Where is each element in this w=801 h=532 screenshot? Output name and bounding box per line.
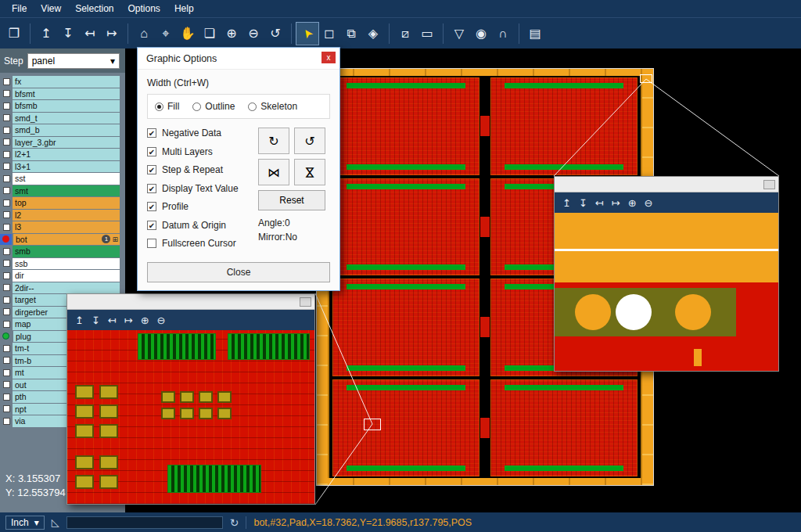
close-icon[interactable]: x bbox=[321, 52, 336, 63]
poly-select-icon[interactable]: ⧉ bbox=[340, 23, 362, 45]
close-button[interactable]: Close bbox=[147, 262, 330, 282]
menu-item-help[interactable]: Help bbox=[167, 1, 201, 16]
layer-visibility-checkbox[interactable] bbox=[3, 187, 10, 194]
zoom-out-icon[interactable]: ⊖ bbox=[645, 197, 653, 209]
layer-visibility-checkbox[interactable] bbox=[3, 248, 10, 255]
layer-row-smb[interactable]: smb bbox=[0, 246, 125, 257]
layer-row-2dir--[interactable]: 2dir-- bbox=[0, 282, 125, 294]
shift-right-icon[interactable]: ↦ bbox=[124, 315, 133, 326]
checkbox-fullscreen-cursor[interactable]: Fullscreen Cursor bbox=[147, 238, 258, 249]
layer-row-l3[interactable]: l3 bbox=[0, 221, 125, 233]
layer-row-ssb[interactable]: ssb bbox=[0, 258, 125, 270]
layer-visibility-checkbox[interactable] bbox=[3, 200, 10, 207]
layer-visibility-checkbox[interactable] bbox=[3, 102, 10, 110]
checkbox-multi-layers[interactable]: ✔Multi Layers bbox=[147, 146, 258, 157]
shift-right-icon[interactable]: ↦ bbox=[101, 23, 123, 45]
layer-row-bfsmt[interactable]: bfsmt bbox=[0, 88, 125, 100]
layer-row-sst[interactable]: sst bbox=[0, 173, 125, 185]
layer-row-l2+1[interactable]: l2+1 bbox=[0, 149, 125, 160]
layer-visibility-checkbox[interactable] bbox=[3, 284, 10, 291]
layer-visibility-checkbox[interactable] bbox=[3, 297, 10, 304]
import-top-icon[interactable]: ↥ bbox=[562, 197, 571, 209]
layer-row-l2[interactable]: l2 bbox=[0, 210, 125, 221]
layer-visibility-checkbox[interactable] bbox=[3, 321, 10, 328]
window-minimize-button[interactable] bbox=[300, 297, 311, 307]
zoom-previous-icon[interactable]: ↺ bbox=[264, 23, 286, 45]
mirror-vertical-button[interactable]: ⋈ bbox=[294, 159, 325, 185]
layer-visibility-checkbox[interactable] bbox=[3, 114, 10, 121]
layer-visibility-checkbox[interactable] bbox=[3, 345, 10, 352]
layer-row-fx[interactable]: fx bbox=[0, 76, 125, 88]
layer-row-bfsmb[interactable]: bfsmb bbox=[0, 100, 125, 112]
menu-item-file[interactable]: File bbox=[5, 1, 34, 16]
checkbox-datum-origin[interactable]: ✔Datum & Origin bbox=[147, 220, 258, 231]
select-cursor-icon[interactable]: ➤ bbox=[296, 23, 318, 45]
ruler-icon[interactable]: ▭ bbox=[416, 23, 438, 45]
step-select[interactable]: panel ▾ bbox=[27, 53, 120, 69]
layer-row-smd_t[interactable]: smd_t bbox=[0, 113, 125, 124]
flip-board-icon[interactable]: ❏ bbox=[199, 23, 221, 45]
zoom-area-icon[interactable]: ⌖ bbox=[155, 23, 177, 45]
checkbox-step-repeat[interactable]: ✔Step & Repeat bbox=[147, 164, 258, 175]
zoom-in-icon[interactable]: ⊕ bbox=[141, 315, 149, 326]
zoom-out-icon[interactable]: ⊖ bbox=[242, 23, 264, 45]
layer-row-layer_3.gbr[interactable]: layer_3.gbr bbox=[0, 137, 125, 149]
rect-select-icon[interactable]: ◻ bbox=[318, 23, 340, 45]
view-options-icon[interactable]: ◉ bbox=[470, 23, 492, 45]
rotate-cw-button[interactable]: ↻ bbox=[258, 128, 289, 154]
layer-visibility-checkbox[interactable] bbox=[3, 308, 10, 315]
layer-visibility-checkbox[interactable] bbox=[3, 260, 10, 267]
layer-visibility-checkbox[interactable] bbox=[3, 369, 10, 376]
window-minimize-button[interactable] bbox=[763, 180, 775, 189]
shift-left-icon[interactable]: ↤ bbox=[595, 197, 604, 209]
shift-left-icon[interactable]: ↤ bbox=[79, 23, 101, 45]
zoom-in-icon[interactable]: ⊕ bbox=[221, 23, 242, 45]
import-top-icon[interactable]: ↥ bbox=[75, 315, 84, 326]
layer-row-smd_b[interactable]: smd_b bbox=[0, 124, 125, 136]
layer-visibility-checkbox[interactable] bbox=[3, 175, 10, 182]
layer-row-bot[interactable]: bot1⊞ bbox=[0, 234, 125, 246]
layer-visibility-checkbox[interactable] bbox=[3, 357, 10, 364]
rotate-ccw-button[interactable]: ↺ bbox=[294, 128, 325, 154]
command-input[interactable] bbox=[66, 516, 223, 529]
zoom-out-icon[interactable]: ⊖ bbox=[157, 315, 166, 326]
radio-skeleton[interactable]: Skeleton bbox=[248, 101, 297, 112]
snap-icon[interactable]: ∩ bbox=[492, 23, 514, 45]
layer-visibility-checkbox[interactable] bbox=[3, 224, 10, 231]
layer-row-dir[interactable]: dir bbox=[0, 270, 125, 282]
import-bottom-icon[interactable]: ↧ bbox=[57, 23, 79, 45]
layer-visibility-checkbox[interactable] bbox=[3, 418, 10, 425]
checkbox-profile[interactable]: ✔Profile bbox=[147, 201, 258, 212]
layer-row-l3+1[interactable]: l3+1 bbox=[0, 161, 125, 173]
refresh-icon[interactable]: ↻ bbox=[230, 516, 239, 529]
layer-row-top[interactable]: top bbox=[0, 197, 125, 209]
shift-right-icon[interactable]: ↦ bbox=[612, 197, 620, 209]
layer-visibility-checkbox[interactable] bbox=[3, 78, 10, 85]
checkbox-negative-data[interactable]: ✔Negative Data bbox=[147, 128, 258, 138]
menu-item-options[interactable]: Options bbox=[121, 1, 167, 16]
menu-item-selection[interactable]: Selection bbox=[68, 1, 120, 16]
pan-icon[interactable]: ✋ bbox=[177, 23, 199, 45]
measure-line-icon[interactable]: ⧄ bbox=[394, 23, 416, 45]
unit-select[interactable]: Inch ▾ bbox=[5, 516, 45, 530]
layer-visibility-checkbox[interactable] bbox=[3, 381, 10, 388]
popup-title-bar[interactable] bbox=[67, 294, 314, 310]
popup-detail-view[interactable] bbox=[67, 330, 314, 504]
swap-compare-icon[interactable]: ◈ bbox=[362, 23, 384, 45]
shift-left-icon[interactable]: ↤ bbox=[108, 315, 117, 326]
layer-visibility-checkbox[interactable] bbox=[3, 405, 10, 412]
menu-item-view[interactable]: View bbox=[34, 1, 68, 16]
home-icon[interactable]: ⌂ bbox=[133, 23, 155, 45]
import-top-icon[interactable]: ↥ bbox=[35, 23, 57, 45]
layer-row-smt[interactable]: smt bbox=[0, 185, 125, 197]
import-bottom-icon[interactable]: ↧ bbox=[579, 197, 587, 209]
mirror-horizontal-button[interactable]: ⋈ bbox=[258, 159, 289, 185]
layer-visibility-checkbox[interactable] bbox=[3, 151, 10, 158]
layer-visibility-checkbox[interactable] bbox=[3, 90, 10, 97]
layer-visibility-checkbox[interactable] bbox=[3, 394, 10, 401]
layer-visibility-checkbox[interactable] bbox=[3, 272, 10, 279]
layer-visibility-checkbox[interactable] bbox=[3, 163, 10, 170]
import-bottom-icon[interactable]: ↧ bbox=[92, 315, 100, 326]
radio-outline[interactable]: Outline bbox=[192, 101, 235, 112]
radio-fill[interactable]: Fill bbox=[155, 101, 179, 112]
